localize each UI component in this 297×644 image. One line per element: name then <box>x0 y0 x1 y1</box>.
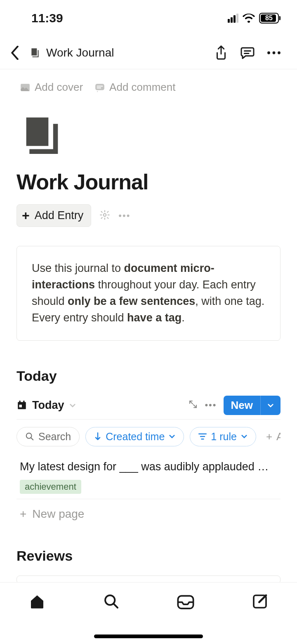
inbox-tab[interactable] <box>176 592 196 611</box>
arrow-down-icon <box>94 432 101 441</box>
page-icon[interactable] <box>16 97 280 160</box>
add-cover-button[interactable]: Add cover <box>20 81 83 94</box>
sort-created-time[interactable]: Created time <box>85 427 184 446</box>
back-button[interactable] <box>7 45 23 61</box>
expand-icon <box>188 399 198 409</box>
add-comment-button[interactable]: Add comment <box>94 81 175 94</box>
journal-entry[interactable]: My latest design for ___ was audibly app… <box>16 451 280 499</box>
bottom-nav <box>0 582 297 644</box>
plus-icon: + <box>266 430 272 443</box>
entry-title: My latest design for ___ was audibly app… <box>20 460 280 480</box>
svg-point-2 <box>278 51 280 54</box>
svg-rect-9 <box>19 405 22 408</box>
chevron-down-icon <box>69 399 76 412</box>
view-options-button[interactable]: ••• <box>205 400 217 410</box>
home-tab[interactable] <box>27 592 47 611</box>
journal-large-icon <box>23 116 61 154</box>
sort-label: Created time <box>106 431 165 443</box>
add-entry-label: Add Entry <box>35 209 84 222</box>
description-callout[interactable]: Use this journal to document micro-inter… <box>16 246 280 341</box>
search-icon <box>25 432 34 441</box>
add-cover-label: Add cover <box>35 81 83 94</box>
search-label: Search <box>38 431 71 443</box>
plus-icon: + <box>22 208 30 223</box>
home-indicator <box>94 635 203 638</box>
entry-tag[interactable]: achievement <box>20 480 81 494</box>
cellular-signal-icon <box>228 14 238 23</box>
svg-point-0 <box>267 51 270 54</box>
expand-button[interactable] <box>188 399 198 411</box>
more-options-button[interactable]: ••• <box>118 210 130 221</box>
today-view-tab[interactable]: Today <box>16 399 76 412</box>
plus-icon: + <box>20 507 26 521</box>
chevron-down-icon <box>241 433 248 440</box>
filter-rule[interactable]: 1 rule <box>190 427 256 446</box>
breadcrumb[interactable]: Work Journal <box>30 46 114 59</box>
status-bar: 11:39 85 <box>0 0 297 36</box>
reviews-heading: Reviews <box>16 521 280 564</box>
breadcrumb-label: Work Journal <box>46 46 114 59</box>
add-filter-label: Add fi <box>276 430 280 443</box>
chevron-down-icon <box>267 402 274 409</box>
new-page-label: New page <box>32 507 84 521</box>
search-icon <box>103 593 120 610</box>
add-comment-label: Add comment <box>109 81 175 94</box>
new-button[interactable]: New <box>224 396 280 415</box>
new-page-button[interactable]: + New page <box>16 499 280 521</box>
filter-icon <box>198 433 207 440</box>
share-button[interactable] <box>211 43 231 63</box>
svg-point-1 <box>273 51 276 54</box>
today-tab-label: Today <box>32 399 64 412</box>
page-title[interactable]: Work Journal <box>16 160 280 198</box>
comments-button[interactable] <box>238 43 257 63</box>
comment-icon <box>94 82 105 93</box>
add-filter-button[interactable]: + Add fi <box>262 430 280 443</box>
settings-button[interactable] <box>99 210 110 222</box>
svg-rect-4 <box>95 84 104 90</box>
image-icon <box>20 82 31 93</box>
calendar-icon <box>16 400 27 410</box>
status-time: 11:39 <box>31 11 63 25</box>
home-icon <box>29 593 45 610</box>
rule-label: 1 rule <box>211 431 237 443</box>
battery-icon: 85 <box>259 13 280 24</box>
more-button[interactable] <box>264 43 284 63</box>
compose-icon <box>252 593 268 610</box>
svg-rect-8 <box>23 401 24 403</box>
wifi-icon <box>243 14 255 23</box>
journal-icon <box>30 47 40 58</box>
top-nav: Work Journal <box>0 36 297 69</box>
add-entry-button[interactable]: + Add Entry <box>16 204 91 227</box>
chevron-down-icon <box>169 433 175 440</box>
svg-point-5 <box>104 213 106 216</box>
inbox-icon <box>177 594 195 609</box>
gear-icon <box>99 210 110 220</box>
compose-tab[interactable] <box>250 592 270 611</box>
search-button[interactable]: Search <box>16 427 80 446</box>
search-tab[interactable] <box>101 592 121 611</box>
svg-rect-7 <box>19 401 21 403</box>
new-dropdown[interactable] <box>260 396 280 415</box>
today-heading: Today <box>16 341 280 384</box>
status-icons: 85 <box>228 13 280 24</box>
